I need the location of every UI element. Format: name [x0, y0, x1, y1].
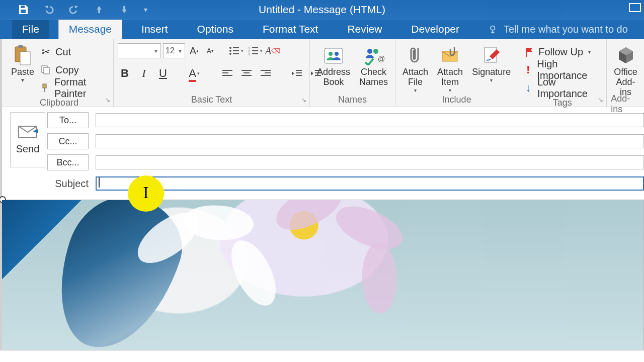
svg-rect-15	[233, 53, 239, 54]
paste-button[interactable]: Paste ▼	[9, 43, 36, 84]
office-addins-label: Office Add-ins	[614, 67, 637, 97]
svg-rect-25	[242, 70, 252, 71]
svg-rect-0	[21, 6, 25, 8]
tell-me-search[interactable]: Tell me what you want to do	[478, 21, 638, 39]
check-names-button[interactable]: @ Check Names	[356, 43, 391, 88]
bullet-list-button[interactable]: ▾	[227, 43, 245, 58]
cc-field[interactable]	[96, 134, 644, 148]
chevron-down-icon: ▾	[449, 87, 451, 93]
office-addins-button[interactable]: Office Add-ins	[611, 43, 640, 98]
undo-icon[interactable]	[43, 4, 54, 15]
customize-qat-icon[interactable]: ▾	[144, 6, 147, 14]
svg-rect-19	[252, 50, 258, 51]
align-right-button[interactable]	[259, 66, 273, 80]
svg-rect-28	[261, 70, 271, 71]
window-restore-icon[interactable]	[629, 3, 641, 12]
font-size-combo[interactable]: 12 ▼	[163, 43, 185, 58]
chevron-down-icon: ▼	[20, 77, 25, 83]
stationery-background	[2, 200, 643, 350]
svg-rect-27	[242, 75, 252, 76]
tab-message[interactable]: Message	[58, 20, 122, 39]
attach-item-button[interactable]: Attach Item ▾	[434, 43, 466, 94]
previous-item-icon[interactable]	[94, 4, 105, 15]
bcc-field[interactable]	[96, 155, 644, 169]
group-basic-text: ▼ 12 ▼ A▴ A▾ ▾ 123▾ A⌫ B I U A▾	[114, 39, 310, 107]
copy-icon	[40, 64, 51, 75]
attach-item-icon	[439, 44, 461, 66]
dialog-launcher-icon[interactable]: ↘	[598, 97, 603, 104]
attach-file-label: Attach File	[403, 67, 428, 87]
svg-rect-23	[222, 72, 228, 73]
svg-rect-13	[233, 50, 239, 51]
redo-icon[interactable]	[68, 4, 79, 15]
number-list-button[interactable]: 123▾	[247, 43, 264, 58]
subject-field[interactable]	[96, 176, 644, 191]
italic-button[interactable]: I	[137, 66, 151, 80]
grow-font-button[interactable]: A▴	[187, 44, 201, 58]
low-importance-button[interactable]: ↓ Low Importance	[522, 79, 602, 97]
svg-rect-45	[526, 48, 527, 57]
signature-label: Signature	[472, 67, 511, 77]
signature-button[interactable]: Signature ▾	[469, 43, 514, 84]
cut-button[interactable]: ✂ Cut	[39, 43, 109, 60]
decrease-indent-button[interactable]	[290, 66, 304, 80]
svg-rect-1	[21, 10, 26, 13]
clear-formatting-button[interactable]: A⌫	[266, 44, 280, 58]
high-importance-button[interactable]: ! High Importance	[522, 61, 602, 78]
message-body[interactable]	[0, 200, 644, 350]
attach-file-button[interactable]: Attach File ▾	[399, 43, 431, 94]
svg-rect-7	[44, 67, 49, 74]
addins-icon	[615, 44, 637, 66]
copy-label: Copy	[55, 64, 79, 76]
arrow-down-icon: ↓	[523, 82, 533, 94]
address-book-button[interactable]: Address Book	[314, 43, 353, 88]
subject-label: Subject	[47, 178, 89, 190]
bold-button[interactable]: B	[118, 66, 132, 80]
svg-rect-8	[43, 84, 46, 88]
format-painter-button[interactable]: Format Painter	[39, 79, 109, 97]
underline-button[interactable]: U	[156, 66, 170, 80]
tab-file[interactable]: File	[12, 20, 49, 39]
svg-rect-22	[222, 70, 232, 71]
check-names-label: Check Names	[359, 67, 388, 87]
tab-format-text[interactable]: Format Text	[253, 20, 328, 39]
address-book-icon	[323, 44, 345, 66]
svg-rect-21	[252, 53, 258, 54]
next-item-icon[interactable]	[119, 4, 130, 15]
font-name-combo[interactable]: ▼	[118, 43, 161, 58]
address-book-label: Address Book	[317, 67, 350, 87]
shrink-font-button[interactable]: A▾	[203, 44, 217, 58]
svg-point-39	[335, 52, 339, 56]
copy-button[interactable]: Copy	[39, 61, 109, 78]
group-addins: Office Add-ins Add-ins	[607, 39, 644, 107]
paperclip-icon	[405, 44, 427, 66]
group-label: Basic Text	[191, 94, 232, 106]
attach-item-label: Attach Item	[437, 67, 463, 87]
dialog-launcher-icon[interactable]: ↘	[105, 97, 110, 104]
paste-label: Paste	[11, 67, 34, 77]
save-icon[interactable]	[17, 4, 29, 16]
send-button[interactable]: Send	[10, 112, 45, 167]
check-names-icon: @	[363, 44, 385, 66]
tab-review[interactable]: Review	[337, 20, 392, 39]
svg-rect-24	[222, 75, 232, 76]
align-left-button[interactable]	[220, 66, 234, 80]
svg-rect-26	[244, 72, 250, 73]
bcc-button[interactable]: Bcc...	[47, 154, 89, 170]
ribbon: Paste ▼ ✂ Cut Copy Form	[0, 39, 644, 107]
chevron-down-icon: ▾	[490, 77, 493, 83]
to-field[interactable]	[96, 113, 644, 127]
tab-insert[interactable]: Insert	[131, 20, 178, 39]
tab-developer[interactable]: Developer	[401, 20, 469, 39]
align-center-button[interactable]	[239, 66, 254, 80]
dialog-launcher-icon[interactable]: ↘	[301, 97, 306, 104]
cc-button[interactable]: Cc...	[47, 133, 89, 149]
to-button[interactable]: To...	[47, 112, 89, 128]
ribbon-tabs: File Message Insert Options Format Text …	[0, 19, 644, 39]
exclamation-icon: !	[523, 64, 533, 75]
follow-up-button[interactable]: Follow Up ▾	[522, 43, 592, 60]
svg-text:@: @	[378, 55, 385, 63]
font-color-button[interactable]: A▾	[187, 66, 201, 80]
tab-options[interactable]: Options	[187, 20, 244, 39]
send-label: Send	[16, 143, 40, 155]
